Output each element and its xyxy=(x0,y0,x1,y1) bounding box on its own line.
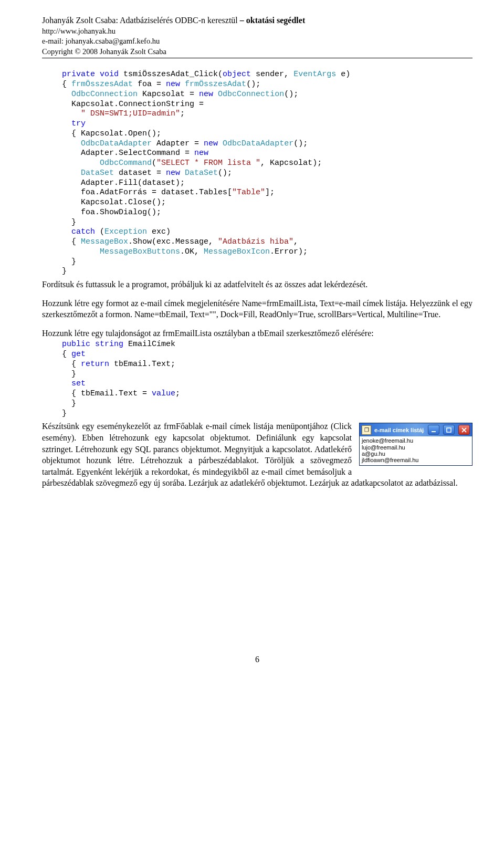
minimize-icon xyxy=(431,427,436,433)
maximize-icon xyxy=(446,427,452,433)
header-title-plain: Johanyák Zsolt Csaba: Adatbáziselérés OD… xyxy=(42,16,238,25)
paragraph-2: Hozzunk létre egy formot az e-mail címek… xyxy=(42,298,472,320)
header-title-bold: – oktatási segédlet xyxy=(240,16,305,25)
code-block-1: private void tsmiÖsszesAdat_Click(object… xyxy=(62,70,472,277)
window-titlebar: ❐ e-mail címek listája xyxy=(360,423,472,436)
header-copyright: Copyright © 2008 Johanyák Zsolt Csaba xyxy=(42,47,472,57)
close-icon xyxy=(461,427,467,433)
email-item: jenoke@freemail.hu xyxy=(362,437,470,444)
email-list-window: ❐ e-mail címek listája jenoke@freemail.h… xyxy=(359,423,472,465)
maximize-button[interactable] xyxy=(443,425,455,435)
window-title: e-mail címek listája xyxy=(374,427,424,433)
close-button[interactable] xyxy=(458,425,470,435)
header-email: e-mail: johanyak.csaba@gamf.kefo.hu xyxy=(42,36,472,47)
minimize-button[interactable] xyxy=(428,425,439,435)
email-item: lujo@freemail.hu xyxy=(362,444,470,451)
document-header: Johanyák Zsolt Csaba: Adatbáziselérés OD… xyxy=(42,15,472,58)
header-title: Johanyák Zsolt Csaba: Adatbáziselérés OD… xyxy=(42,15,472,26)
code-block-2: public string EmailCímek { get { return … xyxy=(62,340,472,419)
app-icon: ❐ xyxy=(362,425,371,435)
email-item: jldfioawn@freemail.hu xyxy=(362,457,470,463)
email-item: a@gu.hu xyxy=(362,451,470,457)
header-url: http://www.johanyak.hu xyxy=(42,26,472,37)
window-body: jenoke@freemail.hu lujo@freemail.hu a@gu… xyxy=(360,436,472,465)
page-number: 6 xyxy=(42,654,472,665)
svg-rect-0 xyxy=(432,431,436,432)
paragraph-3: Hozzunk létre egy tulajdonságot az frmEm… xyxy=(42,328,472,339)
paragraph-1: Fordítsuk és futtassuk le a programot, p… xyxy=(42,279,472,290)
svg-rect-1 xyxy=(447,428,451,432)
